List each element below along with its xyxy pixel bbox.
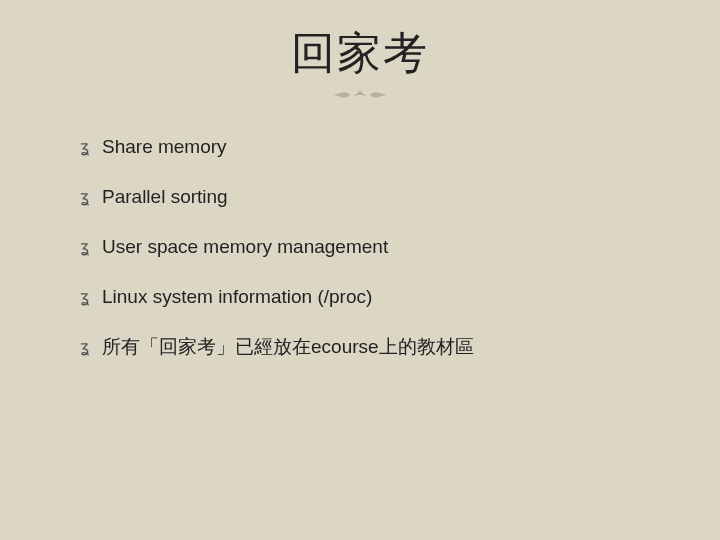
svg-point-0 bbox=[358, 91, 362, 95]
list-item-label: 所有「回家考」已經放在ecourse上的教材區 bbox=[102, 335, 474, 359]
list-item-label: Parallel sorting bbox=[102, 185, 228, 209]
list-item: ʓ Share memory bbox=[80, 135, 650, 159]
list-item-label: User space memory management bbox=[102, 235, 388, 259]
bullet-icon: ʓ bbox=[80, 135, 102, 159]
bullet-icon: ʓ bbox=[80, 335, 102, 359]
page-title: 回家考 bbox=[70, 24, 650, 83]
list-item-label: Share memory bbox=[102, 135, 227, 159]
list-item: ʓ Parallel sorting bbox=[80, 185, 650, 209]
slide: 回家考 ʓ Share memory ʓ Parallel sorting ʓ … bbox=[0, 0, 720, 540]
bullet-icon: ʓ bbox=[80, 185, 102, 209]
list-item: ʓ User space memory management bbox=[80, 235, 650, 259]
bullet-icon: ʓ bbox=[80, 285, 102, 309]
flourish-icon bbox=[330, 85, 390, 105]
title-ornament bbox=[70, 85, 650, 105]
list-item: ʓ 所有「回家考」已經放在ecourse上的教材區 bbox=[80, 335, 650, 359]
list-item-label: Linux system information (/proc) bbox=[102, 285, 372, 309]
bullet-icon: ʓ bbox=[80, 235, 102, 259]
bullet-list: ʓ Share memory ʓ Parallel sorting ʓ User… bbox=[70, 135, 650, 359]
list-item: ʓ Linux system information (/proc) bbox=[80, 285, 650, 309]
